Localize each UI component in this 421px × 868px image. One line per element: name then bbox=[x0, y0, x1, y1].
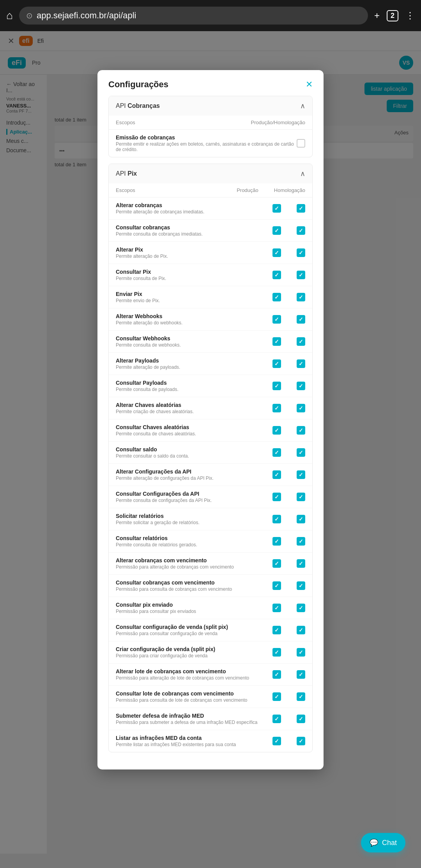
api-pix-section: API Pix ∧ Escopos Produção Homologação A… bbox=[108, 164, 313, 752]
pix-prod-checkbox-2[interactable] bbox=[272, 248, 281, 257]
pix-checkboxes-10 bbox=[272, 426, 305, 435]
pix-rows-container: Alterar cobranças Permite alteração de c… bbox=[109, 197, 312, 752]
pix-hom-checkbox-10[interactable] bbox=[297, 426, 305, 435]
pix-prod-checkbox-6[interactable] bbox=[272, 337, 281, 346]
pix-checkboxes-6 bbox=[272, 337, 305, 346]
pix-prod-label: Produção bbox=[237, 187, 258, 193]
chat-icon: 💬 bbox=[370, 838, 378, 847]
pix-hom-checkbox-20[interactable] bbox=[297, 648, 305, 657]
pix-hom-checkbox-23[interactable] bbox=[297, 715, 305, 723]
api-pix-header[interactable]: API Pix ∧ bbox=[109, 164, 312, 183]
pix-scope-info-17: Consultar cobranças com vencimento Permi… bbox=[116, 579, 272, 592]
pix-prod-checkbox-8[interactable] bbox=[272, 382, 281, 390]
pix-hom-checkbox-22[interactable] bbox=[297, 692, 305, 701]
home-icon[interactable]: ⌂ bbox=[6, 9, 13, 22]
pix-hom-checkbox-2[interactable] bbox=[297, 248, 305, 257]
pix-hom-checkbox-19[interactable] bbox=[297, 626, 305, 634]
pix-hom-checkbox-7[interactable] bbox=[297, 359, 305, 368]
pix-scope-row-24: Listar as infrações MED da conta Permite… bbox=[109, 730, 312, 752]
pix-prod-checkbox-23[interactable] bbox=[272, 715, 281, 723]
pix-scope-name-20: Criar configuração de venda (split pix) bbox=[116, 646, 272, 652]
pix-hom-checkbox-3[interactable] bbox=[297, 271, 305, 279]
pix-scope-name-5: Alterar Webhooks bbox=[116, 313, 272, 319]
cobrancas-scope-desc-0: Permite emitir e realizar ações em bolet… bbox=[116, 141, 297, 152]
pix-scope-name-15: Consultar relatórios bbox=[116, 535, 272, 541]
modal-close-button[interactable]: ✕ bbox=[306, 80, 313, 89]
pix-hom-checkbox-16[interactable] bbox=[297, 559, 305, 568]
pix-hom-checkbox-8[interactable] bbox=[297, 382, 305, 390]
new-tab-icon[interactable]: + bbox=[374, 10, 380, 21]
pix-scope-desc-22: Permissão para consulta de lote de cobra… bbox=[116, 697, 272, 703]
pix-scope-desc-24: Permite listar as infrações MED existent… bbox=[116, 742, 272, 747]
pix-hom-checkbox-14[interactable] bbox=[297, 515, 305, 523]
pix-prod-checkbox-24[interactable] bbox=[272, 737, 281, 745]
pix-prod-checkbox-4[interactable] bbox=[272, 293, 281, 301]
pix-scope-desc-10: Permite consulta de chaves aleatórias. bbox=[116, 431, 272, 437]
pix-scope-desc-9: Permite criação de chaves aleatórias. bbox=[116, 409, 272, 414]
pix-prod-checkbox-20[interactable] bbox=[272, 648, 281, 657]
pix-hom-checkbox-21[interactable] bbox=[297, 670, 305, 679]
pix-hom-checkbox-0[interactable] bbox=[297, 204, 305, 213]
pix-prod-checkbox-3[interactable] bbox=[272, 271, 281, 279]
pix-hom-checkbox-17[interactable] bbox=[297, 581, 305, 590]
pix-escopos-label: Escopos bbox=[116, 187, 135, 193]
pix-hom-checkbox-5[interactable] bbox=[297, 315, 305, 324]
pix-scope-name-2: Alterar Pix bbox=[116, 246, 272, 253]
pix-prod-checkbox-7[interactable] bbox=[272, 359, 281, 368]
pix-scope-desc-21: Permissão para alteração de lote de cobr… bbox=[116, 675, 272, 681]
pix-prod-checkbox-22[interactable] bbox=[272, 692, 281, 701]
pix-hom-checkbox-1[interactable] bbox=[297, 226, 305, 235]
pix-hom-checkbox-12[interactable] bbox=[297, 470, 305, 479]
pix-checkboxes-1 bbox=[272, 226, 305, 235]
pix-scope-name-9: Alterar Chaves aleatórias bbox=[116, 402, 272, 408]
pix-hom-checkbox-6[interactable] bbox=[297, 337, 305, 346]
pix-checkboxes-8 bbox=[272, 382, 305, 390]
modal-backdrop: Configurações ✕ API Cobranças ∧ Escopos … bbox=[0, 31, 421, 868]
pix-prod-checkbox-17[interactable] bbox=[272, 581, 281, 590]
pix-prod-checkbox-10[interactable] bbox=[272, 426, 281, 435]
modal-body[interactable]: API Cobranças ∧ Escopos Produção/Homolog… bbox=[97, 96, 324, 769]
pix-hom-checkbox-9[interactable] bbox=[297, 404, 305, 412]
pix-hom-checkbox-4[interactable] bbox=[297, 293, 305, 301]
pix-hom-checkbox-18[interactable] bbox=[297, 604, 305, 612]
pix-chevron-icon: ∧ bbox=[300, 169, 305, 178]
tab-count[interactable]: 2 bbox=[387, 10, 398, 21]
chat-button[interactable]: 💬 Chat bbox=[361, 833, 405, 852]
pix-scope-name-3: Consultar Pix bbox=[116, 269, 272, 275]
pix-hom-checkbox-11[interactable] bbox=[297, 448, 305, 457]
pix-prod-checkbox-1[interactable] bbox=[272, 226, 281, 235]
pix-prod-checkbox-15[interactable] bbox=[272, 537, 281, 546]
pix-checkboxes-24 bbox=[272, 737, 305, 745]
pix-scope-info-23: Submeter defesa de infração MED Permissã… bbox=[116, 713, 272, 725]
pix-scope-desc-1: Permite consulta de cobranças imediatas. bbox=[116, 231, 272, 237]
pix-checkboxes-9 bbox=[272, 404, 305, 412]
pix-prod-checkbox-19[interactable] bbox=[272, 626, 281, 634]
pix-scope-desc-2: Permite alteração de Pix. bbox=[116, 254, 272, 259]
pix-hom-checkbox-15[interactable] bbox=[297, 537, 305, 546]
pix-prod-checkbox-0[interactable] bbox=[272, 204, 281, 213]
pix-checkboxes-12 bbox=[272, 470, 305, 479]
pix-scope-desc-16: Permissão para alteração de cobranças co… bbox=[116, 564, 272, 570]
url-bar[interactable]: ⊙ app.sejaefi.com.br/api/apli bbox=[19, 7, 368, 25]
pix-prod-checkbox-12[interactable] bbox=[272, 470, 281, 479]
pix-checkboxes-21 bbox=[272, 670, 305, 679]
pix-prod-checkbox-21[interactable] bbox=[272, 670, 281, 679]
pix-prod-checkbox-5[interactable] bbox=[272, 315, 281, 324]
pix-checkboxes-3 bbox=[272, 271, 305, 279]
api-pix-title: API Pix bbox=[116, 170, 137, 177]
pix-hom-checkbox-24[interactable] bbox=[297, 737, 305, 745]
pix-prod-checkbox-11[interactable] bbox=[272, 448, 281, 457]
pix-prod-checkbox-14[interactable] bbox=[272, 515, 281, 523]
pix-scope-desc-0: Permite alteração de cobranças imediatas… bbox=[116, 209, 272, 215]
cobrancas-checkbox-0[interactable] bbox=[297, 139, 305, 148]
browser-menu-icon[interactable]: ⋮ bbox=[405, 10, 415, 21]
pix-prod-checkbox-18[interactable] bbox=[272, 604, 281, 612]
pix-scope-info-9: Alterar Chaves aleatórias Permite criaçã… bbox=[116, 402, 272, 414]
pix-scope-name-21: Alterar lote de cobranças com vencimento bbox=[116, 668, 272, 674]
pix-prod-checkbox-16[interactable] bbox=[272, 559, 281, 568]
pix-prod-checkbox-13[interactable] bbox=[272, 493, 281, 501]
pix-prod-checkbox-9[interactable] bbox=[272, 404, 281, 412]
api-cobrancas-header[interactable]: API Cobranças ∧ bbox=[109, 96, 312, 116]
browser-chrome: ⌂ ⊙ app.sejaefi.com.br/api/apli + 2 ⋮ bbox=[0, 0, 421, 31]
pix-hom-checkbox-13[interactable] bbox=[297, 493, 305, 501]
